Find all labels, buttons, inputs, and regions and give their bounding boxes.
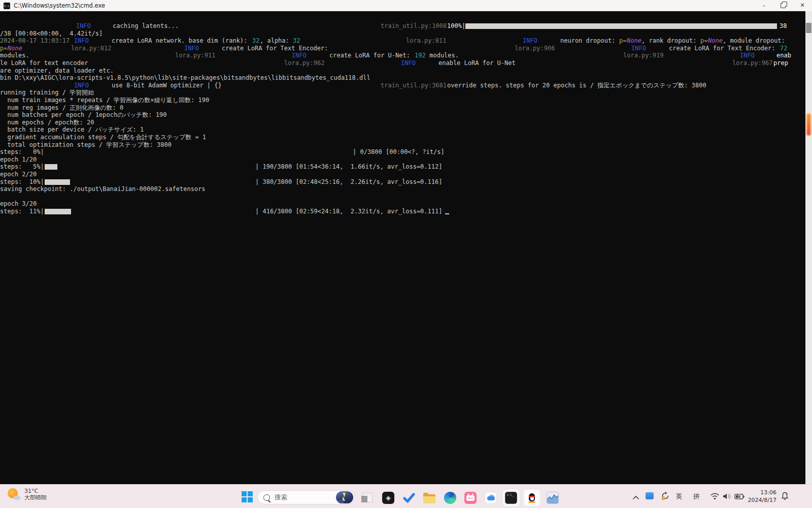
weather-sun-icon (7, 488, 20, 501)
tray-chevron-up-icon[interactable] (632, 493, 639, 502)
taskbar-app-qq[interactable] (523, 489, 540, 506)
notification-bell-icon[interactable]: z (781, 492, 789, 502)
console-line: modules.lora.py:911INFOcreate LoRA for U… (0, 52, 805, 59)
svg-text:z: z (786, 492, 788, 495)
tray-app-icon[interactable] (646, 492, 654, 499)
console-text: , module dropout: (723, 37, 789, 45)
minimize-button[interactable]: – (754, 0, 773, 11)
console-text: lora.py:811 (406, 37, 446, 45)
taskbar-app-desktop[interactable] (358, 489, 376, 506)
console-text: , alpha: (260, 37, 293, 45)
baidu-netdisk-icon (485, 492, 497, 504)
console-line: steps: 11%|| 416/3800 [02:59<24:18, 2.32… (0, 208, 805, 215)
bilibili-icon (464, 492, 477, 504)
cmd-terminal-icon: C:\_ (505, 492, 517, 504)
taskbar-app-edge[interactable] (442, 489, 459, 506)
scrollbar-thumb[interactable] (806, 23, 811, 33)
console-text: lora.py:906 (515, 45, 555, 52)
console-line: steps: 0%|| 0/3800 [00:00<?, ?it/s] (0, 148, 805, 156)
cmd-window-icon: C:\ (4, 3, 10, 9)
console-line: epoch 3/20 (0, 200, 805, 208)
taskbar-weather-widget[interactable]: 31°C 大部晴朗 (7, 488, 47, 501)
console-text: lora.py:962 (284, 59, 324, 67)
restore-icon (781, 3, 786, 8)
console-text: total optimization steps / 学習ステップ数: 3800 (0, 141, 172, 149)
console-text: INFO (523, 37, 537, 45)
console-text: INFO (740, 52, 755, 59)
console-text: modules. (426, 52, 459, 59)
console-line: running training / 学習開始 (0, 89, 805, 97)
console-text: modules. (0, 52, 29, 59)
console-content[interactable]: INFOcaching latents...train_util.py:1008… (0, 11, 805, 484)
console-text: | 0/3800 [00:00<?, ?it/s] (353, 148, 445, 156)
volume-icon[interactable] (723, 492, 731, 502)
restore-button[interactable] (773, 0, 793, 11)
console-text: None (8, 45, 22, 52)
progress-bar-fill (465, 23, 777, 29)
console-text: are optimizer, data loader etc. (0, 67, 114, 75)
console-text: train_util.py:1008 (381, 22, 447, 30)
search-highlight-weather-icon (336, 491, 353, 503)
taskbar-app-baidu-netdisk[interactable] (482, 489, 499, 506)
start-button[interactable] (238, 490, 257, 503)
weather-desc: 大部晴朗 (24, 494, 47, 501)
taskbar-app-cube[interactable]: ◈ (380, 489, 397, 506)
taskbar-app-todo[interactable] (400, 489, 418, 506)
console-text: INFO (631, 45, 646, 52)
console-line: epoch 1/20 (0, 156, 805, 164)
tray-sync-icon[interactable] (661, 491, 670, 502)
console-line: steps: 10%|| 380/3800 [02:48<25:16, 2.26… (0, 178, 805, 186)
console-text: steps: 0%| (0, 148, 44, 156)
console-text: enable LoRA for U-Net (438, 59, 516, 67)
console-line: p=Nonelora.py:812INFOcreate LoRA for Tex… (0, 45, 805, 52)
console-text: epoch 2/20 (0, 171, 37, 178)
console-text: INFO (292, 52, 307, 59)
close-button[interactable]: ✕ (793, 0, 812, 11)
console-text: INFO (76, 22, 91, 30)
console-line: epoch 2/20 (0, 171, 805, 178)
console-text: bin D:\xxy\AIGC\lora-scripts-v1.8.5\pyth… (0, 74, 370, 82)
taskbar-app-file-explorer[interactable] (421, 489, 438, 506)
console-text: , rank dropout: (641, 37, 700, 45)
console-text: 32 (252, 37, 259, 45)
console-text: epoch 1/20 (0, 156, 37, 164)
file-explorer-icon (423, 494, 435, 504)
console-line: num batches per epoch / 1epochのバッチ数: 190 (0, 111, 805, 119)
console-text: 100%| (447, 22, 465, 30)
taskbar-app-cmd[interactable]: C:\_ (502, 489, 520, 506)
search-icon (263, 494, 270, 501)
console-text: train_util.py:3681 (381, 82, 447, 89)
console-line: total optimization steps / 学習ステップ数: 3800 (0, 141, 805, 149)
weather-temp: 31°C (24, 488, 47, 494)
qq-icon (526, 492, 538, 504)
windows-logo-icon (242, 491, 253, 502)
console-line: 2024-08-17 13:03:17INFOcreate LoRA netwo… (0, 37, 805, 45)
clock[interactable]: 13:06 2024/8/17 (738, 489, 776, 504)
taskbar-app-bilibili[interactable] (462, 489, 479, 506)
console-line: gradient accumulation steps / 勾配を合計するステッ… (0, 134, 805, 141)
taskbar-app-performance[interactable] (544, 489, 561, 506)
cube-app-icon: ◈ (382, 492, 394, 504)
console-text: INFO (74, 37, 89, 45)
taskbar: 31°C 大部晴朗 搜索 ◈ C:\_ (0, 484, 812, 508)
console-text: num epochs / epoch数: 20 (0, 119, 94, 126)
ime-pinyin-indicator[interactable]: 拼 (693, 492, 700, 501)
console-text: INFO (401, 59, 416, 67)
vertical-scrollbar[interactable] (805, 11, 812, 484)
console-text: le LoRA for text encoder (0, 59, 88, 67)
console-text: INFO (184, 45, 199, 52)
search-input[interactable]: 搜索 (257, 490, 355, 504)
console-text: /38 [00:08<00:00, 4.42it/s] (0, 30, 103, 38)
ime-english-indicator[interactable]: 英 (676, 492, 683, 501)
wifi-icon[interactable] (710, 492, 719, 502)
scroll-marker (806, 113, 811, 136)
text-cursor (445, 213, 449, 214)
console-line: batch size per device / バッチサイズ: 1 (0, 126, 805, 134)
console-text: lora.py:812 (71, 45, 111, 52)
console-text: 2024-08-17 13:03:17 (0, 37, 70, 45)
console-text: num batches per epoch / 1epochのバッチ数: 190 (0, 111, 166, 119)
search-placeholder: 搜索 (275, 493, 336, 502)
console-text: 32 (293, 37, 300, 45)
console-text: create LoRA for Text Encoder: (669, 45, 779, 52)
console-text: use 8-bit AdamW optimizer | {} (112, 82, 222, 89)
